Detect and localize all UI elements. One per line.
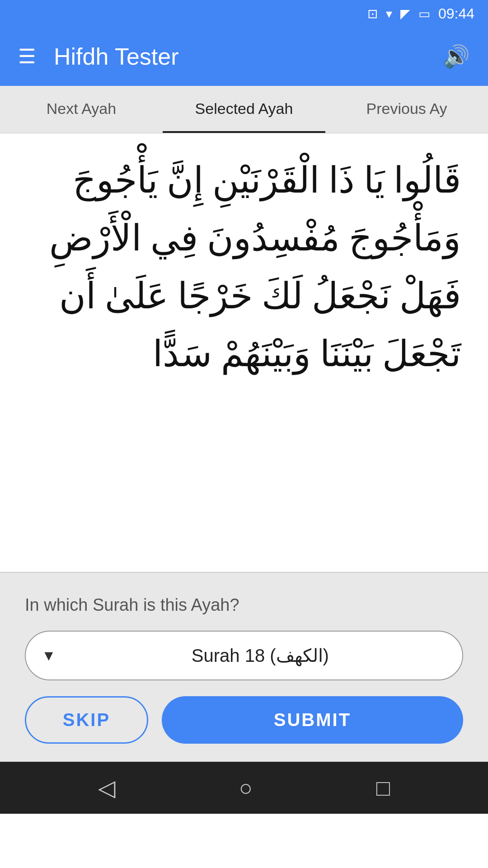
arabic-text: قَالُوا يَا ذَا الْقَرْنَيْنِ إِنَّ يَأْ… xyxy=(27,151,461,383)
tab-previous-ayah[interactable]: Previous Ay xyxy=(325,86,488,133)
back-nav-icon[interactable]: ◁ xyxy=(98,775,115,801)
hamburger-menu-icon[interactable]: ☰ xyxy=(18,47,36,66)
screen-rotation-icon: ⊡ xyxy=(367,6,378,21)
app-bar: ☰ Hifdh Tester 🔊 xyxy=(0,27,488,86)
question-text: In which Surah is this Ayah? xyxy=(25,595,463,615)
app-title: Hifdh Tester xyxy=(54,43,179,70)
signal-icon: ◤ xyxy=(400,6,410,21)
volume-icon[interactable]: 🔊 xyxy=(443,44,470,69)
nav-bar: ◁ ○ □ xyxy=(0,762,488,814)
submit-button[interactable]: SUBMIT xyxy=(162,696,463,744)
recent-nav-icon[interactable]: □ xyxy=(376,775,390,801)
app-bar-left: ☰ Hifdh Tester xyxy=(18,43,179,70)
surah-dropdown[interactable]: ▼ Surah 18 (الكهف) xyxy=(25,631,463,680)
bottom-panel: In which Surah is this Ayah? ▼ Surah 18 … xyxy=(0,572,488,762)
battery-icon: ▭ xyxy=(418,6,430,21)
home-nav-icon[interactable]: ○ xyxy=(239,775,253,801)
skip-button[interactable]: SKIP xyxy=(25,696,148,744)
tabs-bar: Next Ayah Selected Ayah Previous Ay xyxy=(0,86,488,133)
status-bar: ⊡ ▾ ◤ ▭ 09:44 xyxy=(0,0,488,27)
tab-selected-ayah[interactable]: Selected Ayah xyxy=(163,86,325,133)
status-time: 09:44 xyxy=(438,5,474,22)
main-content: قَالُوا يَا ذَا الْقَرْنَيْنِ إِنَّ يَأْ… xyxy=(0,133,488,572)
wifi-icon: ▾ xyxy=(386,6,392,21)
dropdown-value: Surah 18 (الكهف) xyxy=(74,645,446,666)
status-icons: ⊡ ▾ ◤ ▭ 09:44 xyxy=(367,5,474,22)
dropdown-arrow-icon: ▼ xyxy=(42,647,56,664)
tab-next-ayah[interactable]: Next Ayah xyxy=(0,86,163,133)
buttons-row: SKIP SUBMIT xyxy=(25,696,463,744)
